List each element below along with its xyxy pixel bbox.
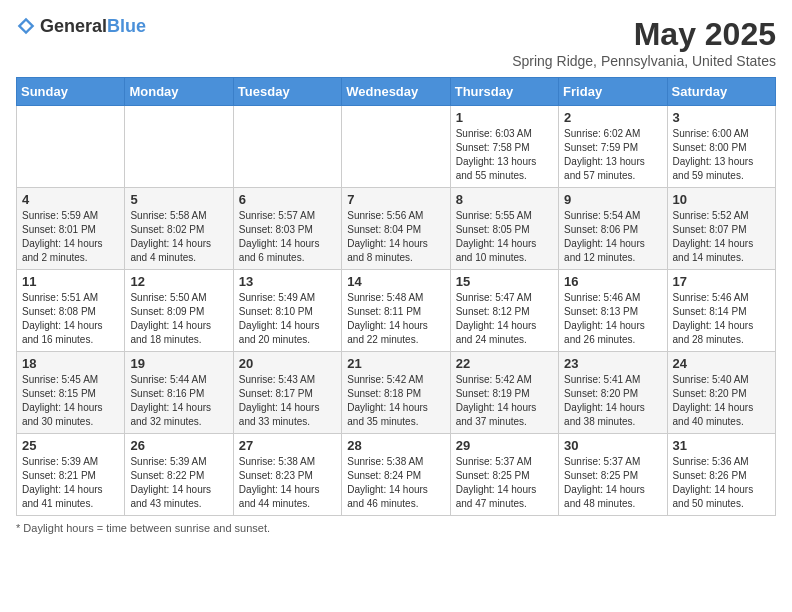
day-number: 23: [564, 356, 661, 371]
calendar-cell: 22Sunrise: 5:42 AM Sunset: 8:19 PM Dayli…: [450, 352, 558, 434]
day-info: Sunrise: 5:39 AM Sunset: 8:21 PM Dayligh…: [22, 455, 119, 511]
calendar-cell: 4Sunrise: 5:59 AM Sunset: 8:01 PM Daylig…: [17, 188, 125, 270]
day-number: 10: [673, 192, 770, 207]
weekday-header-friday: Friday: [559, 78, 667, 106]
day-info: Sunrise: 5:58 AM Sunset: 8:02 PM Dayligh…: [130, 209, 227, 265]
day-info: Sunrise: 5:46 AM Sunset: 8:14 PM Dayligh…: [673, 291, 770, 347]
title-area: May 2025 Spring Ridge, Pennsylvania, Uni…: [512, 16, 776, 69]
calendar-cell: 21Sunrise: 5:42 AM Sunset: 8:18 PM Dayli…: [342, 352, 450, 434]
day-info: Sunrise: 5:59 AM Sunset: 8:01 PM Dayligh…: [22, 209, 119, 265]
day-number: 12: [130, 274, 227, 289]
day-info: Sunrise: 5:56 AM Sunset: 8:04 PM Dayligh…: [347, 209, 444, 265]
month-title: May 2025: [512, 16, 776, 53]
week-row-2: 4Sunrise: 5:59 AM Sunset: 8:01 PM Daylig…: [17, 188, 776, 270]
calendar-cell: 28Sunrise: 5:38 AM Sunset: 8:24 PM Dayli…: [342, 434, 450, 516]
calendar-cell: 3Sunrise: 6:00 AM Sunset: 8:00 PM Daylig…: [667, 106, 775, 188]
day-number: 17: [673, 274, 770, 289]
calendar-cell: 9Sunrise: 5:54 AM Sunset: 8:06 PM Daylig…: [559, 188, 667, 270]
calendar-cell: 2Sunrise: 6:02 AM Sunset: 7:59 PM Daylig…: [559, 106, 667, 188]
calendar-cell: 7Sunrise: 5:56 AM Sunset: 8:04 PM Daylig…: [342, 188, 450, 270]
day-number: 8: [456, 192, 553, 207]
day-number: 30: [564, 438, 661, 453]
calendar-cell: [233, 106, 341, 188]
day-info: Sunrise: 5:39 AM Sunset: 8:22 PM Dayligh…: [130, 455, 227, 511]
day-number: 21: [347, 356, 444, 371]
day-number: 14: [347, 274, 444, 289]
day-number: 13: [239, 274, 336, 289]
calendar-cell: 19Sunrise: 5:44 AM Sunset: 8:16 PM Dayli…: [125, 352, 233, 434]
day-info: Sunrise: 5:50 AM Sunset: 8:09 PM Dayligh…: [130, 291, 227, 347]
day-info: Sunrise: 5:57 AM Sunset: 8:03 PM Dayligh…: [239, 209, 336, 265]
day-info: Sunrise: 5:52 AM Sunset: 8:07 PM Dayligh…: [673, 209, 770, 265]
day-number: 16: [564, 274, 661, 289]
logo-text-general: General: [40, 16, 107, 36]
calendar-cell: 15Sunrise: 5:47 AM Sunset: 8:12 PM Dayli…: [450, 270, 558, 352]
week-row-1: 1Sunrise: 6:03 AM Sunset: 7:58 PM Daylig…: [17, 106, 776, 188]
day-info: Sunrise: 5:36 AM Sunset: 8:26 PM Dayligh…: [673, 455, 770, 511]
day-info: Sunrise: 5:42 AM Sunset: 8:19 PM Dayligh…: [456, 373, 553, 429]
logo: GeneralBlue: [16, 16, 146, 36]
week-row-3: 11Sunrise: 5:51 AM Sunset: 8:08 PM Dayli…: [17, 270, 776, 352]
week-row-4: 18Sunrise: 5:45 AM Sunset: 8:15 PM Dayli…: [17, 352, 776, 434]
day-number: 19: [130, 356, 227, 371]
day-number: 26: [130, 438, 227, 453]
day-info: Sunrise: 5:48 AM Sunset: 8:11 PM Dayligh…: [347, 291, 444, 347]
calendar-cell: [17, 106, 125, 188]
calendar-cell: 20Sunrise: 5:43 AM Sunset: 8:17 PM Dayli…: [233, 352, 341, 434]
weekday-header-monday: Monday: [125, 78, 233, 106]
day-number: 5: [130, 192, 227, 207]
weekday-header-wednesday: Wednesday: [342, 78, 450, 106]
calendar-cell: 11Sunrise: 5:51 AM Sunset: 8:08 PM Dayli…: [17, 270, 125, 352]
calendar-cell: 25Sunrise: 5:39 AM Sunset: 8:21 PM Dayli…: [17, 434, 125, 516]
weekday-header-row: SundayMondayTuesdayWednesdayThursdayFrid…: [17, 78, 776, 106]
day-info: Sunrise: 6:03 AM Sunset: 7:58 PM Dayligh…: [456, 127, 553, 183]
day-number: 18: [22, 356, 119, 371]
calendar: SundayMondayTuesdayWednesdayThursdayFrid…: [16, 77, 776, 516]
day-number: 2: [564, 110, 661, 125]
day-info: Sunrise: 5:49 AM Sunset: 8:10 PM Dayligh…: [239, 291, 336, 347]
day-number: 24: [673, 356, 770, 371]
calendar-cell: 13Sunrise: 5:49 AM Sunset: 8:10 PM Dayli…: [233, 270, 341, 352]
calendar-cell: 31Sunrise: 5:36 AM Sunset: 8:26 PM Dayli…: [667, 434, 775, 516]
day-info: Sunrise: 5:42 AM Sunset: 8:18 PM Dayligh…: [347, 373, 444, 429]
day-number: 3: [673, 110, 770, 125]
day-info: Sunrise: 5:40 AM Sunset: 8:20 PM Dayligh…: [673, 373, 770, 429]
calendar-cell: 30Sunrise: 5:37 AM Sunset: 8:25 PM Dayli…: [559, 434, 667, 516]
calendar-cell: 5Sunrise: 5:58 AM Sunset: 8:02 PM Daylig…: [125, 188, 233, 270]
calendar-cell: 18Sunrise: 5:45 AM Sunset: 8:15 PM Dayli…: [17, 352, 125, 434]
calendar-cell: 12Sunrise: 5:50 AM Sunset: 8:09 PM Dayli…: [125, 270, 233, 352]
calendar-cell: 16Sunrise: 5:46 AM Sunset: 8:13 PM Dayli…: [559, 270, 667, 352]
calendar-cell: 23Sunrise: 5:41 AM Sunset: 8:20 PM Dayli…: [559, 352, 667, 434]
day-number: 7: [347, 192, 444, 207]
day-number: 20: [239, 356, 336, 371]
day-info: Sunrise: 5:54 AM Sunset: 8:06 PM Dayligh…: [564, 209, 661, 265]
day-info: Sunrise: 5:37 AM Sunset: 8:25 PM Dayligh…: [456, 455, 553, 511]
header: GeneralBlue May 2025 Spring Ridge, Penns…: [16, 16, 776, 69]
day-info: Sunrise: 5:41 AM Sunset: 8:20 PM Dayligh…: [564, 373, 661, 429]
day-info: Sunrise: 5:55 AM Sunset: 8:05 PM Dayligh…: [456, 209, 553, 265]
calendar-cell: 10Sunrise: 5:52 AM Sunset: 8:07 PM Dayli…: [667, 188, 775, 270]
day-number: 29: [456, 438, 553, 453]
weekday-header-thursday: Thursday: [450, 78, 558, 106]
day-number: 22: [456, 356, 553, 371]
day-number: 27: [239, 438, 336, 453]
calendar-cell: 8Sunrise: 5:55 AM Sunset: 8:05 PM Daylig…: [450, 188, 558, 270]
calendar-cell: [342, 106, 450, 188]
calendar-cell: 17Sunrise: 5:46 AM Sunset: 8:14 PM Dayli…: [667, 270, 775, 352]
weekday-header-tuesday: Tuesday: [233, 78, 341, 106]
calendar-cell: 26Sunrise: 5:39 AM Sunset: 8:22 PM Dayli…: [125, 434, 233, 516]
logo-text-blue: Blue: [107, 16, 146, 36]
day-info: Sunrise: 5:37 AM Sunset: 8:25 PM Dayligh…: [564, 455, 661, 511]
logo-icon: [16, 16, 36, 36]
day-number: 4: [22, 192, 119, 207]
day-info: Sunrise: 6:00 AM Sunset: 8:00 PM Dayligh…: [673, 127, 770, 183]
day-number: 6: [239, 192, 336, 207]
day-number: 15: [456, 274, 553, 289]
day-info: Sunrise: 5:43 AM Sunset: 8:17 PM Dayligh…: [239, 373, 336, 429]
calendar-cell: 14Sunrise: 5:48 AM Sunset: 8:11 PM Dayli…: [342, 270, 450, 352]
footer-note: * Daylight hours = time between sunrise …: [16, 522, 776, 534]
location-title: Spring Ridge, Pennsylvania, United State…: [512, 53, 776, 69]
day-info: Sunrise: 5:44 AM Sunset: 8:16 PM Dayligh…: [130, 373, 227, 429]
calendar-cell: 27Sunrise: 5:38 AM Sunset: 8:23 PM Dayli…: [233, 434, 341, 516]
day-number: 25: [22, 438, 119, 453]
